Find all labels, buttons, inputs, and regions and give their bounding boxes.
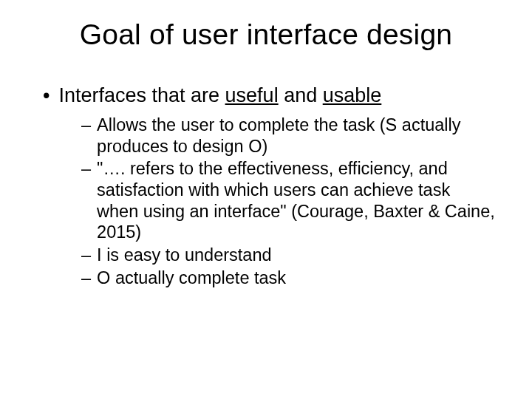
bullet-sub-3: – I is easy to understand: [81, 245, 495, 266]
slide: Goal of user interface design • Interfac…: [0, 0, 532, 399]
bullet-text-mid: and: [279, 84, 323, 106]
bullet-text-prefix: Interfaces that are: [58, 84, 225, 106]
bullet-sub-4-text: O actually complete task: [97, 267, 495, 289]
bullet-sub-3-text: I is easy to understand: [97, 245, 495, 266]
bullet-main-text: Interfaces that are useful and usable: [58, 84, 381, 107]
bullet-keyword-usable: usable: [323, 84, 382, 106]
bullet-dash-icon: –: [81, 158, 91, 180]
slide-title: Goal of user interface design: [37, 18, 495, 51]
bullet-dot-icon: •: [43, 84, 50, 107]
bullet-sub-2: – "…. refers to the effectiveness, effic…: [81, 158, 495, 243]
bullet-sub-1-text: Allows the user to complete the task (S …: [97, 115, 495, 157]
bullet-dash-icon: –: [81, 115, 91, 136]
bullet-keyword-useful: useful: [225, 84, 279, 106]
bullet-dash-icon: –: [81, 245, 91, 266]
bullet-dash-icon: –: [81, 267, 91, 289]
bullet-main: • Interfaces that are useful and usable: [37, 84, 495, 107]
bullet-sub-2-text: "…. refers to the effectiveness, efficie…: [97, 158, 495, 243]
bullet-sub-4: – O actually complete task: [81, 267, 495, 289]
bullet-sub-1: – Allows the user to complete the task (…: [81, 115, 495, 157]
